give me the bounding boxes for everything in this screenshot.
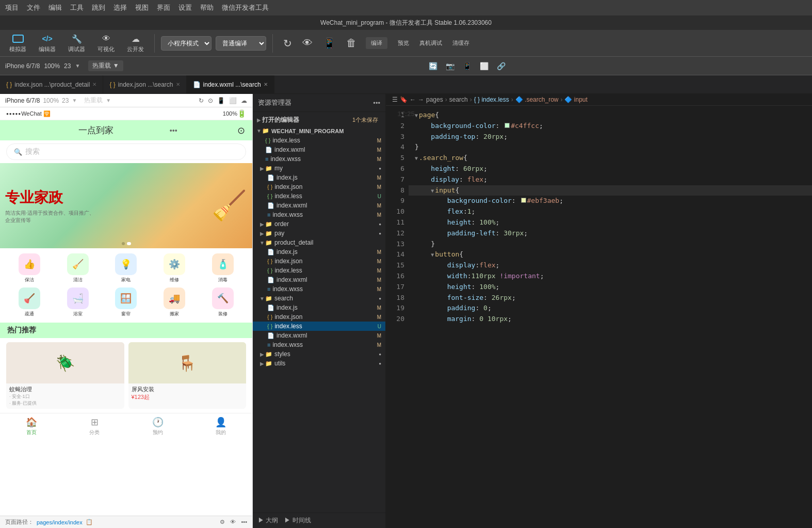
fold-arrow-5[interactable]: ▼ <box>415 154 418 163</box>
tree-folder-my[interactable]: ▶ 📁 my ● <box>253 164 385 173</box>
clearcache-button[interactable]: 清缓存 <box>452 39 469 47</box>
copy-path-icon[interactable]: 📋 <box>86 519 93 525</box>
more-icon[interactable]: ☁ <box>241 97 247 104</box>
clearcache-icon[interactable]: 🗑 <box>346 37 356 50</box>
editor-button[interactable]: </> 编辑器 <box>35 31 60 55</box>
close-tab-icon3[interactable]: ✕ <box>264 82 268 87</box>
service-icon-7[interactable]: 🛁 浴室 <box>56 287 100 317</box>
service-icon-2[interactable]: 🧹 清洁 <box>56 253 100 283</box>
tree-item-my-js[interactable]: 📄 index.js M <box>253 173 385 182</box>
phone-search-bar[interactable]: 🔍 搜索 <box>6 143 246 160</box>
service-icon-4[interactable]: ⚙️ 维修 <box>152 253 197 283</box>
nav-category[interactable]: ⊞ 分类 <box>63 413 126 439</box>
realtest-button[interactable]: 真机调试 <box>419 39 442 47</box>
tree-item-my-json[interactable]: { } index.json M <box>253 182 385 191</box>
simulator-button[interactable]: 模拟器 <box>5 31 30 55</box>
rotate-icon[interactable]: ↻ <box>199 97 204 104</box>
compile-button[interactable]: 编译 <box>366 37 387 49</box>
cloud-button[interactable]: ☁ 云开发 <box>123 31 148 55</box>
nav-profile[interactable]: 👤 我的 <box>189 413 252 439</box>
tree-item-s-js[interactable]: 📄 index.js M <box>253 303 385 312</box>
chevron-down-icon[interactable]: ▼ <box>75 63 80 69</box>
service-icon-9[interactable]: 🚚 搬家 <box>152 287 197 317</box>
breadcrumb-search-row[interactable]: 🔷 .search_row <box>515 96 559 103</box>
service-icon-8[interactable]: 🪟 窗帘 <box>104 287 149 317</box>
more-bottom-icon[interactable]: ••• <box>241 519 247 525</box>
fold-arrow-14[interactable]: ▼ <box>431 251 434 259</box>
menu-item-help[interactable]: 帮助 <box>200 3 214 12</box>
tree-item-pd-json[interactable]: { } index.json M <box>253 257 385 266</box>
breadcrumb-search[interactable]: search <box>449 96 468 103</box>
outline-button[interactable]: ▶ 大纲 <box>258 516 278 525</box>
split-icon[interactable]: ⬜ <box>480 62 489 70</box>
tree-item-s-wxml[interactable]: 📄 index.wxml M <box>253 331 385 340</box>
service-icon-3[interactable]: 💡 家电 <box>104 253 149 283</box>
tab-json-search[interactable]: { } index.json ...\search ✕ <box>103 75 186 93</box>
nav-home[interactable]: 🏠 首页 <box>0 413 63 439</box>
compile-select[interactable]: 普通编译 自定义编译 <box>216 36 266 51</box>
tab-wxml-search[interactable]: 📄 index.wxml ...\search ✕ <box>187 75 274 93</box>
breadcrumb-index-less[interactable]: { } index.less <box>474 96 509 103</box>
chevron-device-icon[interactable]: ▼ <box>72 98 77 103</box>
breadcrumb-menu-icon[interactable]: ☰ <box>392 96 398 103</box>
code-content[interactable]: ▼ page{ background-color: #c4ffcc; paddi… <box>409 106 812 528</box>
product-2[interactable]: 🪑 屏风安装 ¥123起 <box>128 342 247 409</box>
share-icon[interactable]: 🔗 <box>497 62 506 70</box>
tree-item-my-less[interactable]: { } index.less U <box>253 191 385 201</box>
tree-folder-product-detail[interactable]: ▼ 📁 product_detail <box>253 238 385 247</box>
tree-item-pd-js[interactable]: 📄 index.js M <box>253 247 385 257</box>
tree-item-pd-less[interactable]: { } index.less M <box>253 266 385 275</box>
realtest-icon[interactable]: 📱 <box>323 37 336 50</box>
close-tab-icon[interactable]: ✕ <box>92 82 96 87</box>
chevron-hotreload-icon[interactable]: ▼ <box>106 98 111 103</box>
tree-item-s-less[interactable]: { } index.less U <box>253 322 385 331</box>
eye-bottom-icon[interactable]: 👁 <box>230 519 236 525</box>
more-menu-icon[interactable]: ••• <box>170 126 177 135</box>
visualize-button[interactable]: 👁 可视化 <box>93 31 119 55</box>
tree-item-index-wxss-1[interactable]: ≡ index.wxss M <box>253 154 385 164</box>
settings-bottom-icon[interactable]: ⚙ <box>220 519 225 525</box>
tab-json-product[interactable]: { } index.json ...\product_detail ✕ <box>0 75 103 93</box>
root-folder[interactable]: ▼ 📁 WECHAT_MINI_PROGRAM <box>253 126 385 136</box>
menu-item-view[interactable]: 视图 <box>135 3 149 12</box>
service-icon-5[interactable]: 🧴 消毒 <box>201 253 245 283</box>
fold-arrow-1[interactable]: ▼ <box>415 111 418 120</box>
close-tab-icon2[interactable]: ✕ <box>176 82 180 87</box>
breadcrumb-pages[interactable]: pages <box>426 96 443 103</box>
nav-forward-icon[interactable]: → <box>418 96 424 103</box>
menu-item-file[interactable]: 文件 <box>27 3 40 12</box>
service-icon-6[interactable]: 🪠 疏通 <box>7 287 52 317</box>
menu-item-goto[interactable]: 跳到 <box>92 3 105 12</box>
menu-item-interface[interactable]: 界面 <box>157 3 170 12</box>
camera-icon[interactable]: 📷 <box>446 62 454 70</box>
tree-item-my-wxml[interactable]: 📄 index.wxml M <box>253 201 385 210</box>
timeline-button[interactable]: ▶ 时间线 <box>284 516 311 525</box>
refresh-device-icon[interactable]: 🔄 <box>429 62 437 70</box>
tree-item-pd-wxml[interactable]: 📄 index.wxml M <box>253 275 385 284</box>
breadcrumb-bookmark-icon[interactable]: 🔖 <box>400 96 408 103</box>
new-file-icon[interactable]: ••• <box>373 99 380 107</box>
mode-select[interactable]: 小程序模式 插件模式 <box>161 36 212 51</box>
expand-icon[interactable]: ⬜ <box>229 97 237 104</box>
hotreload-label[interactable]: 热重载 ▼ <box>88 60 123 71</box>
tree-item-s-wxss[interactable]: ≡ index.wxss M <box>253 340 385 349</box>
nav-back-icon[interactable]: ← <box>410 96 416 103</box>
menu-item-settings[interactable]: 设置 <box>178 3 192 12</box>
preview-icon[interactable]: 👁 <box>302 37 313 50</box>
nav-booking[interactable]: 🕐 预约 <box>126 413 189 439</box>
screenshot-icon[interactable]: ⊙ <box>208 97 213 104</box>
menu-item-select[interactable]: 选择 <box>113 3 127 12</box>
preview-button[interactable]: 预览 <box>398 39 409 47</box>
tree-folder-styles[interactable]: ▶ 📁 styles ● <box>253 349 385 359</box>
phone-icon[interactable]: 📱 <box>463 62 472 70</box>
record-icon[interactable]: ⊙ <box>237 125 245 136</box>
service-icon-1[interactable]: 👍 保洁 <box>7 253 52 283</box>
tree-folder-order[interactable]: ▶ 📁 order ● <box>253 219 385 229</box>
menu-item-project[interactable]: 项目 <box>5 3 19 12</box>
tree-item-index-less-1[interactable]: { } index.less M <box>253 136 385 145</box>
menu-item-tools[interactable]: 工具 <box>70 3 84 12</box>
tree-item-my-wxss[interactable]: ≡ index.wxss M <box>253 210 385 219</box>
refresh-icon[interactable]: ↻ <box>283 37 292 50</box>
product-1[interactable]: 🪲 蚊蝇治理 · 安全·1口 · 服务·已提供 <box>6 342 124 409</box>
breadcrumb-input[interactable]: 🔷 input <box>564 96 587 103</box>
